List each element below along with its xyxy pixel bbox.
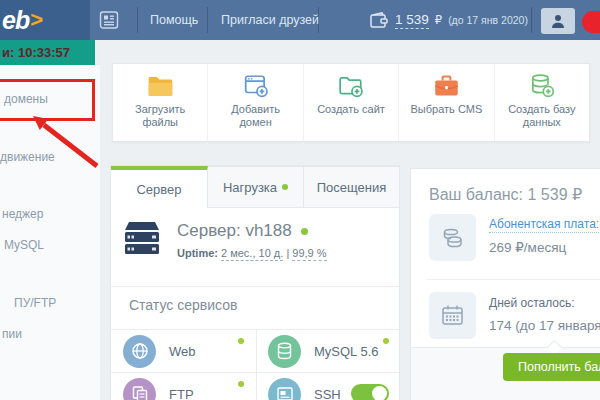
menu-item-help[interactable]: Помощь <box>150 0 198 40</box>
hosting-control-panel: eb > Помощь Пригласи друзей 1 539 <box>0 0 600 400</box>
sidebar-item-mysql[interactable]: MySQL <box>4 238 44 252</box>
server-status-card: Сервер Нагрузка Посещения <box>110 165 400 400</box>
service-web-label: Web <box>169 344 196 359</box>
upload-files-label: Загрузить файлы <box>128 103 192 129</box>
create-site-label: Создать сайт <box>311 103 391 116</box>
moscow-time-strip: и: 10:33:57 <box>0 40 95 65</box>
tab-server[interactable]: Сервер <box>111 166 208 208</box>
annotation-highlight-box <box>0 79 95 121</box>
user-avatar[interactable] <box>541 8 575 34</box>
balance-until: (до 17 янв 2020) <box>448 14 528 26</box>
server-info-row: Сервер: vh188 Uptime: 2 мес., 10 д. | 99… <box>121 221 327 259</box>
service-web-status-dot <box>238 338 244 344</box>
balance-title: Ваш баланс: 1 539 ₽ <box>429 185 582 204</box>
upload-files-folder-icon <box>147 73 174 99</box>
menu-divider <box>318 7 319 33</box>
sidebar-item-promotion[interactable]: движение <box>0 150 55 164</box>
service-ftp-label: FTP <box>169 387 194 400</box>
create-database-label: Создать базу данных <box>505 103 579 129</box>
subscription-fee-link[interactable]: Абонентская плата: <box>489 217 599 233</box>
mysql-database-icon <box>268 335 301 368</box>
services-title: Статус сервисов <box>129 297 237 313</box>
header-red-button[interactable] <box>582 11 600 33</box>
menu-item-help-label: Помощь <box>150 13 198 27</box>
balance-currency: ₽ <box>435 13 442 27</box>
logo-arrow-icon: > <box>30 7 43 33</box>
menu-item-invite-label: Пригласи друзей <box>221 13 319 27</box>
uptime-duration[interactable]: 2 мес., 10 д. <box>221 247 283 261</box>
news-icon[interactable] <box>99 10 119 30</box>
balance-card-footer: Пополнить баланс <box>411 347 600 400</box>
sidebar-item-ftp[interactable]: ПУ/FTP <box>14 296 56 310</box>
service-ftp-status-dot <box>238 381 244 387</box>
web-globe-icon <box>123 335 156 368</box>
card-divider <box>427 279 600 280</box>
logo-text: eb <box>2 6 29 35</box>
tab-visits-label: Посещения <box>317 180 387 195</box>
uptime-percent[interactable]: 99,9 % <box>292 247 326 261</box>
toggle-knob <box>372 386 387 400</box>
upload-files-button[interactable]: Загрузить файлы <box>113 64 207 141</box>
add-domain-label: Добавить домен <box>227 103 285 129</box>
calendar-icon <box>440 303 465 328</box>
tab-visits[interactable]: Посещения <box>303 166 399 208</box>
choose-cms-button[interactable]: Выбрать CMS <box>398 64 493 141</box>
create-database-button[interactable]: Создать базу данных <box>494 64 589 141</box>
create-site-icon <box>338 73 364 99</box>
topup-balance-button[interactable]: Пополнить баланс <box>503 353 600 381</box>
card-divider <box>111 286 399 287</box>
load-status-dot <box>282 184 288 190</box>
uptime-separator: | <box>286 247 289 259</box>
uptime-line: Uptime: 2 мес., 10 д. | 99,9 % <box>177 247 327 259</box>
wallet-icon <box>370 12 389 29</box>
tab-load[interactable]: Нагрузка <box>208 166 303 208</box>
menu-divider <box>531 7 532 33</box>
person-icon <box>550 13 566 29</box>
header-balance[interactable]: 1 539 ₽ (до 17 янв 2020) <box>370 0 528 40</box>
service-mysql: MySQL 5.6 <box>256 330 401 372</box>
service-web: Web <box>111 330 256 372</box>
logo[interactable]: eb > <box>0 0 90 40</box>
cms-briefcase-icon <box>433 73 460 99</box>
add-domain-icon <box>243 73 269 99</box>
menu-divider <box>137 7 138 33</box>
sidebar-item-backups[interactable]: пии <box>2 327 22 341</box>
uptime-label: Uptime: <box>177 247 218 259</box>
service-mysql-label: MySQL 5.6 <box>314 344 379 359</box>
choose-cms-label: Выбрать CMS <box>404 103 488 116</box>
ftp-files-icon <box>123 378 156 400</box>
calendar-icon-box <box>429 292 476 339</box>
server-card-tabs: Сервер Нагрузка Посещения <box>111 166 399 208</box>
service-ssh-label: SSH <box>314 387 341 400</box>
moscow-time: и: 10:33:57 <box>2 45 70 60</box>
server-name: Сервер: vh188 <box>177 221 292 241</box>
tab-server-label: Сервер <box>136 182 181 197</box>
create-database-icon <box>529 73 555 99</box>
sidebar-item-file-manager[interactable]: неджер <box>2 207 43 221</box>
services-grid: Web MySQL 5.6 <box>111 329 399 400</box>
top-bar: eb > Помощь Пригласи друзей 1 539 <box>0 0 600 40</box>
tab-load-label: Нагрузка <box>223 180 277 195</box>
service-mysql-status-dot <box>383 338 389 344</box>
service-ssh: SSH <box>256 373 401 400</box>
create-site-button[interactable]: Создать сайт <box>303 64 398 141</box>
server-status-dot <box>301 228 308 235</box>
balance-card: Ваш баланс: 1 539 ₽ Абонентская плата: 2… <box>410 168 600 400</box>
coins-icon-box <box>429 214 476 261</box>
add-domain-button[interactable]: Добавить домен <box>207 64 302 141</box>
coins-icon <box>440 225 466 251</box>
days-left-value: 174 (до 17 января 2020) <box>489 318 600 333</box>
menu-item-invite-friends[interactable]: Пригласи друзей <box>221 0 319 40</box>
subscription-fee-value: 269 ₽/месяц <box>489 239 566 255</box>
service-ftp: FTP <box>111 373 256 400</box>
menu-divider <box>207 7 208 33</box>
balance-amount[interactable]: 1 539 <box>395 12 429 29</box>
ssh-terminal-icon <box>268 378 301 400</box>
server-rack-icon <box>121 221 163 257</box>
ssh-toggle[interactable] <box>351 384 389 400</box>
quick-actions-toolbar: Загрузить файлы Добавить домен Создать с… <box>112 63 590 142</box>
days-left-label: Дней осталось: <box>489 296 575 310</box>
